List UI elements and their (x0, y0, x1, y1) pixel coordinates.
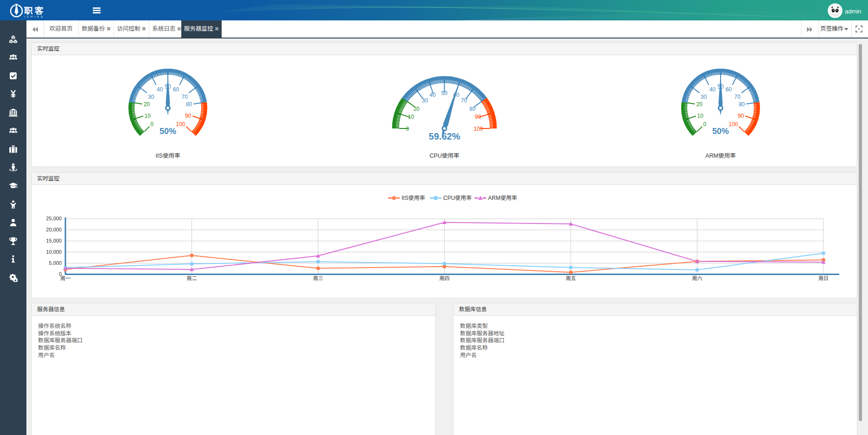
svg-text:80: 80 (186, 101, 192, 108)
svg-text:5,000: 5,000 (49, 260, 62, 266)
svg-text:70: 70 (182, 94, 188, 100)
svg-text:15,000: 15,000 (46, 238, 62, 243)
svg-text:50%: 50% (712, 127, 729, 136)
svg-text:IIS使用率: IIS使用率 (156, 153, 180, 159)
svg-text:90: 90 (738, 113, 744, 119)
svg-text:10: 10 (408, 114, 415, 120)
svg-text:100: 100 (176, 121, 185, 128)
svg-text:20: 20 (413, 106, 420, 112)
svg-text:40: 40 (429, 92, 436, 98)
svg-text:10,000: 10,000 (46, 249, 62, 255)
svg-text:周一: 周一 (60, 275, 70, 281)
svg-text:20: 20 (696, 101, 703, 108)
svg-text:周四: 周四 (440, 275, 450, 281)
svg-text:90: 90 (185, 113, 191, 119)
svg-text:30: 30 (422, 97, 428, 104)
svg-text:100: 100 (473, 126, 483, 132)
svg-text:70: 70 (461, 97, 467, 104)
svg-text:40: 40 (157, 86, 163, 93)
svg-text:0: 0 (406, 126, 409, 132)
svg-text:周日: 周日 (818, 275, 829, 281)
svg-text:ARM使用率: ARM使用率 (488, 195, 517, 201)
svg-text:80: 80 (739, 101, 745, 108)
svg-text:70: 70 (734, 94, 741, 100)
svg-text:周六: 周六 (692, 275, 702, 281)
svg-text:80: 80 (469, 106, 476, 112)
svg-text:职客: 职客 (24, 6, 45, 16)
svg-text:10: 10 (697, 113, 704, 119)
svg-text:50: 50 (441, 90, 448, 96)
svg-text:CPU使用率: CPU使用率 (443, 195, 472, 201)
svg-text:ARM使用率: ARM使用率 (705, 153, 735, 159)
svg-text:20,000: 20,000 (46, 227, 62, 232)
svg-text:59.62%: 59.62% (429, 131, 460, 141)
svg-text:60: 60 (173, 86, 179, 93)
svg-text:30: 30 (701, 94, 707, 100)
svg-text:0: 0 (151, 121, 154, 128)
svg-text:100: 100 (728, 121, 738, 128)
svg-text:20: 20 (144, 101, 150, 108)
svg-text:10: 10 (145, 113, 151, 119)
svg-text:30: 30 (148, 94, 154, 100)
svg-text:90: 90 (475, 114, 481, 120)
svg-text:周五: 周五 (566, 275, 576, 281)
svg-text:0: 0 (703, 121, 707, 128)
svg-text:50%: 50% (160, 127, 176, 136)
svg-text:IZHIKE: IZHIKE (24, 15, 45, 18)
svg-text:周三: 周三 (313, 275, 323, 281)
svg-text:40: 40 (709, 86, 716, 93)
svg-text:CPU使用率: CPU使用率 (430, 153, 460, 159)
svg-text:IIS使用率: IIS使用率 (402, 195, 425, 201)
svg-text:周二: 周二 (187, 275, 197, 281)
svg-text:60: 60 (726, 86, 732, 93)
svg-text:25,000: 25,000 (46, 216, 62, 221)
